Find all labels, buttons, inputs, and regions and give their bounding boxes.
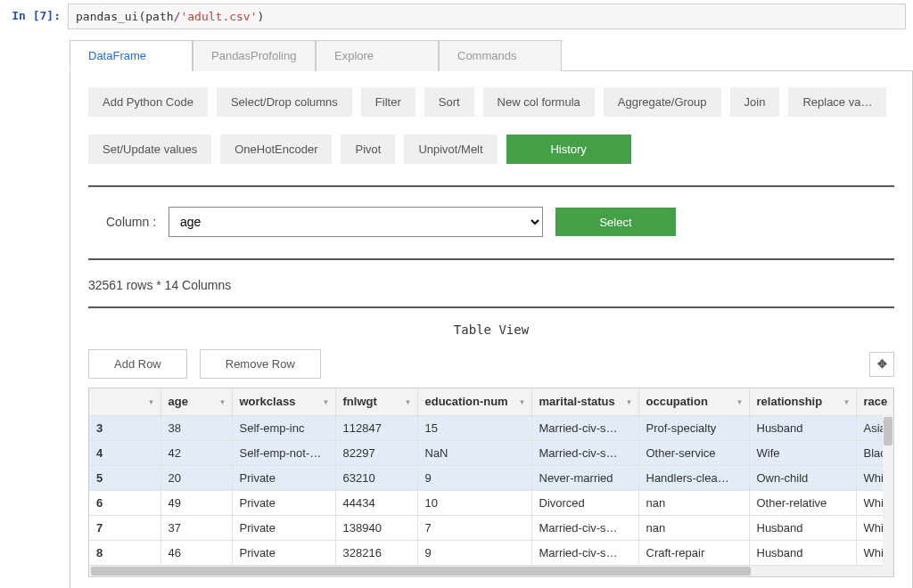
cell[interactable]: Married-civ-s… bbox=[531, 440, 638, 465]
tab-explore[interactable]: Explore bbox=[316, 40, 439, 71]
cell[interactable]: Handlers-clea… bbox=[638, 465, 749, 490]
unpivot-melt-button[interactable]: Unpivot/Melt bbox=[404, 135, 497, 164]
cell[interactable]: Other-service bbox=[638, 440, 749, 465]
vertical-scroll-thumb[interactable] bbox=[884, 417, 892, 445]
filter-icon[interactable]: ▼ bbox=[519, 397, 526, 405]
select-drop-columns-button[interactable]: Select/Drop columns bbox=[217, 87, 352, 117]
cell[interactable]: 20 bbox=[160, 465, 232, 490]
cell[interactable]: 8 bbox=[89, 540, 160, 565]
cell[interactable]: 42 bbox=[160, 440, 232, 465]
pivot-button[interactable]: Pivot bbox=[341, 135, 395, 164]
cell[interactable]: 112847 bbox=[335, 415, 417, 440]
new-col-formula-button[interactable]: New col formula bbox=[483, 87, 595, 117]
row-col-summary: 32561 rows * 14 Columns bbox=[88, 276, 894, 308]
col-header-age[interactable]: age▼ bbox=[160, 388, 232, 415]
data-grid: ▼age▼workclass▼fnlwgt▼education-num▼mari… bbox=[88, 388, 894, 577]
filter-button[interactable]: Filter bbox=[361, 87, 415, 117]
cell[interactable]: 15 bbox=[417, 415, 531, 440]
set-update-values-button[interactable]: Set/Update values bbox=[88, 135, 211, 164]
cell[interactable]: 6 bbox=[89, 490, 160, 515]
col-header-race[interactable]: race▼ bbox=[856, 388, 894, 415]
cell[interactable]: Self-emp-inc bbox=[232, 415, 335, 440]
cell[interactable]: Married-civ-s… bbox=[531, 515, 638, 540]
horizontal-scroll-thumb[interactable] bbox=[91, 567, 751, 576]
cell[interactable]: Never-married bbox=[531, 465, 638, 490]
col-header-workclass[interactable]: workclass▼ bbox=[232, 388, 335, 415]
cell[interactable]: 9 bbox=[417, 465, 531, 490]
cell[interactable]: 46 bbox=[160, 540, 232, 565]
cell[interactable]: 49 bbox=[160, 490, 232, 515]
onehotencoder-button[interactable]: OneHotEncoder bbox=[220, 135, 332, 164]
code-input[interactable]: pandas_ui(path/'adult.csv') bbox=[68, 4, 906, 29]
cell[interactable]: Own-child bbox=[749, 465, 856, 490]
col-header-fnlwgt[interactable]: fnlwgt▼ bbox=[335, 388, 417, 415]
replace-va--button[interactable]: Replace va… bbox=[788, 87, 886, 117]
col-header-occupation[interactable]: occupation▼ bbox=[638, 388, 749, 415]
add-python-code-button[interactable]: Add Python Code bbox=[88, 87, 208, 117]
aggregate-group-button[interactable]: Aggregate/Group bbox=[604, 87, 721, 117]
table-row[interactable]: 649Private4443410DivorcednanOther-relati… bbox=[89, 490, 894, 515]
add-row-button[interactable]: Add Row bbox=[88, 349, 187, 379]
remove-row-button[interactable]: Remove Row bbox=[200, 349, 321, 379]
cell[interactable]: 63210 bbox=[335, 465, 417, 490]
col-header-index[interactable]: ▼ bbox=[89, 388, 160, 415]
cell[interactable]: Self-emp-not-… bbox=[232, 440, 335, 465]
cell[interactable]: Wife bbox=[749, 440, 856, 465]
cell[interactable]: Private bbox=[232, 490, 335, 515]
cell[interactable]: 5 bbox=[89, 465, 160, 490]
select-button[interactable]: Select bbox=[555, 208, 676, 236]
table-row[interactable]: 846Private3282169Married-civ-s…Craft-rep… bbox=[89, 540, 894, 565]
col-header-relationship[interactable]: relationship▼ bbox=[749, 388, 856, 415]
tab-dataframe[interactable]: DataFrame bbox=[70, 40, 193, 71]
tab-pandasprofoling[interactable]: PandasProfoling bbox=[193, 40, 316, 71]
history-button[interactable]: History bbox=[506, 135, 631, 164]
cell[interactable]: Husband bbox=[749, 540, 856, 565]
cell[interactable]: 4 bbox=[89, 440, 160, 465]
cell[interactable]: 38 bbox=[160, 415, 232, 440]
cell[interactable]: 3 bbox=[89, 415, 160, 440]
col-header-education-num[interactable]: education-num▼ bbox=[417, 388, 531, 415]
horizontal-scrollbar[interactable] bbox=[89, 566, 893, 576]
tab-commands[interactable]: Commands bbox=[439, 40, 562, 71]
col-header-marital-status[interactable]: marital-status▼ bbox=[531, 388, 638, 415]
cell[interactable]: 82297 bbox=[335, 440, 417, 465]
table-row[interactable]: 520Private632109Never-marriedHandlers-cl… bbox=[89, 465, 894, 490]
cell[interactable]: Other-relative bbox=[749, 490, 856, 515]
cell[interactable]: Private bbox=[232, 465, 335, 490]
join-button[interactable]: Join bbox=[730, 87, 780, 117]
cell[interactable]: 9 bbox=[417, 540, 531, 565]
filter-icon[interactable]: ▼ bbox=[323, 397, 330, 405]
sort-button[interactable]: Sort bbox=[424, 87, 474, 117]
cell[interactable]: Divorced bbox=[531, 490, 638, 515]
filter-icon[interactable]: ▼ bbox=[148, 397, 155, 405]
column-select[interactable]: age bbox=[169, 207, 543, 237]
cell[interactable]: 44434 bbox=[335, 490, 417, 515]
filter-icon[interactable]: ▼ bbox=[626, 397, 633, 405]
filter-icon[interactable]: ▼ bbox=[843, 397, 851, 405]
cell[interactable]: NaN bbox=[417, 440, 531, 465]
cell[interactable]: 37 bbox=[160, 515, 232, 540]
table-row[interactable]: 737Private1389407Married-civ-s…nanHusban… bbox=[89, 515, 894, 540]
cell[interactable]: Private bbox=[232, 540, 335, 565]
cell[interactable]: Husband bbox=[749, 515, 856, 540]
filter-icon[interactable]: ▼ bbox=[736, 397, 744, 405]
expand-icon[interactable]: ✥ bbox=[869, 352, 894, 377]
cell[interactable]: Married-civ-s… bbox=[531, 415, 638, 440]
cell[interactable]: 328216 bbox=[335, 540, 417, 565]
cell[interactable]: 138940 bbox=[335, 515, 417, 540]
cell[interactable]: Craft-repair bbox=[638, 540, 749, 565]
cell[interactable]: Private bbox=[232, 515, 335, 540]
table-row[interactable]: 442Self-emp-not-…82297NaNMarried-civ-s…O… bbox=[89, 440, 894, 465]
filter-icon[interactable]: ▼ bbox=[219, 397, 226, 405]
cell[interactable]: nan bbox=[638, 490, 749, 515]
cell[interactable]: Prof-specialty bbox=[638, 415, 749, 440]
cell[interactable]: 7 bbox=[89, 515, 160, 540]
cell[interactable]: Married-civ-s… bbox=[531, 540, 638, 565]
table-row[interactable]: 338Self-emp-inc11284715Married-civ-s…Pro… bbox=[89, 415, 894, 440]
cell[interactable]: 10 bbox=[417, 490, 531, 515]
cell[interactable]: 7 bbox=[417, 515, 531, 540]
vertical-scrollbar[interactable] bbox=[883, 415, 893, 566]
filter-icon[interactable]: ▼ bbox=[405, 397, 412, 405]
cell[interactable]: Husband bbox=[749, 415, 856, 440]
cell[interactable]: nan bbox=[638, 515, 749, 540]
